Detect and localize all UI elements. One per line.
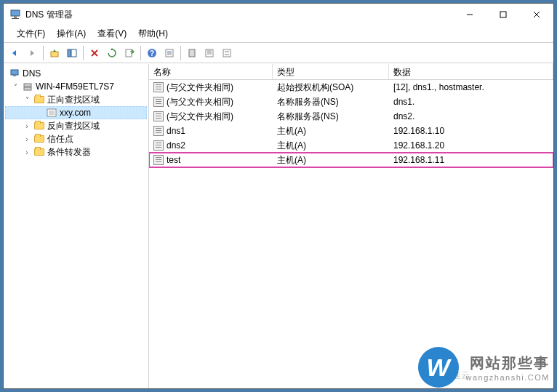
folder-icon: [33, 133, 45, 145]
toolbar: ?: [4, 43, 553, 63]
up-button[interactable]: [47, 45, 63, 61]
export-button[interactable]: [121, 45, 137, 61]
refresh-button[interactable]: [104, 45, 120, 61]
folder-icon: [33, 146, 45, 158]
tree-root-dns[interactable]: DNS: [5, 67, 147, 80]
cell-type: 名称服务器(NS): [273, 111, 389, 123]
cell-type: 主机(A): [273, 154, 389, 167]
list-header: 名称 类型 数据: [149, 64, 553, 80]
tree-forward-zones[interactable]: ˅ 正向查找区域: [5, 93, 147, 106]
tree-label: 信任点: [47, 133, 73, 145]
record-row[interactable]: dns1主机(A)192.168.1.10: [149, 124, 553, 138]
back-button[interactable]: [7, 45, 23, 61]
record-row[interactable]: test主机(A)192.168.1.11: [149, 153, 553, 167]
titlebar: DNS 管理器: [4, 4, 553, 25]
filter-button[interactable]: [184, 45, 200, 61]
svg-rect-27: [11, 70, 18, 75]
tree-conditional-forwarders[interactable]: › 条件转发器: [5, 145, 147, 159]
record-row[interactable]: (与父文件夹相同)名称服务器(NS)dns2.: [149, 109, 553, 124]
record-row[interactable]: dns2主机(A)192.168.1.20: [149, 138, 553, 153]
window-title: DNS 管理器: [25, 9, 453, 21]
cell-data: 192.168.1.10: [389, 126, 553, 136]
tree-trust-points[interactable]: › 信任点: [5, 132, 147, 145]
tree-label: 正向查找区域: [47, 94, 100, 106]
cell-name: test: [149, 155, 273, 165]
column-data[interactable]: 数据: [389, 64, 553, 79]
record-icon: [153, 97, 164, 107]
record-row[interactable]: (与父文件夹相同)名称服务器(NS)dns1.: [149, 95, 553, 109]
tree-label: WIN-4FM59ETL7S7: [36, 81, 114, 92]
record-icon: [153, 126, 164, 136]
content-area: DNS ˅ WIN-4FM59ETL7S7 ˅ 正向查找区域 xxy.com ›…: [4, 63, 553, 388]
close-button[interactable]: [520, 4, 553, 25]
list-body[interactable]: (与父文件夹相同)起始授权机构(SOA)[12], dns1., hostmas…: [149, 80, 553, 388]
properties-button[interactable]: [161, 45, 177, 61]
cell-type: 主机(A): [273, 125, 389, 137]
tree-label: 条件转发器: [47, 146, 91, 159]
record-row[interactable]: (与父文件夹相同)起始授权机构(SOA)[12], dns1., hostmas…: [149, 80, 553, 95]
tree-label: xxy.com: [60, 108, 91, 118]
svg-rect-0: [11, 10, 20, 16]
expand-icon[interactable]: ›: [23, 122, 31, 130]
toolbar-separator: [83, 46, 84, 60]
record-icon: [153, 155, 164, 165]
cell-data: 192.168.1.11: [389, 155, 553, 165]
delete-button[interactable]: [87, 45, 103, 61]
svg-rect-9: [71, 49, 76, 57]
collapse-icon[interactable]: ˅: [23, 96, 31, 104]
dns-app-icon: [9, 9, 21, 20]
menu-action[interactable]: 操作(A): [51, 26, 92, 41]
tree-zone-xxy[interactable]: xxy.com: [5, 106, 147, 119]
cell-name: dns1: [149, 126, 273, 136]
record-icon: [153, 111, 164, 121]
column-name[interactable]: 名称: [149, 64, 273, 79]
toolbar-separator: [43, 46, 44, 60]
forward-button[interactable]: [24, 45, 40, 61]
svg-rect-4: [500, 12, 506, 17]
tree-label: DNS: [23, 68, 41, 79]
menubar: 文件(F) 操作(A) 查看(V) 帮助(H): [4, 25, 553, 43]
server-icon: [22, 81, 33, 92]
new-record-button[interactable]: [201, 45, 217, 61]
help-button[interactable]: ?: [144, 45, 160, 61]
maximize-button[interactable]: [486, 4, 520, 25]
svg-rect-26: [225, 54, 229, 55]
collapse-icon[interactable]: ˅: [11, 83, 20, 91]
toolbar-separator: [180, 46, 181, 60]
column-type[interactable]: 类型: [273, 64, 389, 79]
tree-server[interactable]: ˅ WIN-4FM59ETL7S7: [5, 80, 147, 93]
menu-view[interactable]: 查看(V): [92, 26, 132, 41]
svg-rect-1: [14, 16, 17, 18]
toolbar-separator: [140, 46, 141, 60]
folder-icon: [33, 120, 45, 132]
expand-icon[interactable]: ›: [23, 135, 31, 143]
cell-type: 名称服务器(NS): [273, 96, 389, 108]
tree-reverse-zones[interactable]: › 反向查找区域: [5, 119, 147, 132]
minimize-button[interactable]: [453, 4, 486, 25]
dns-manager-window: DNS 管理器 文件(F) 操作(A) 查看(V) 帮助(H) ?: [3, 3, 554, 389]
svg-text:?: ?: [150, 49, 154, 57]
cell-name: (与父文件夹相同): [149, 111, 273, 123]
svg-rect-29: [24, 84, 31, 87]
svg-rect-8: [68, 49, 71, 57]
cell-data: dns1.: [389, 97, 553, 107]
zone-icon: [46, 107, 57, 119]
expand-icon[interactable]: ›: [23, 148, 31, 156]
menu-help[interactable]: 帮助(H): [132, 26, 174, 41]
cell-name: (与父文件夹相同): [149, 81, 273, 94]
new-zone-button[interactable]: [219, 45, 235, 61]
svg-rect-7: [51, 52, 58, 57]
cell-name: dns2: [149, 140, 273, 151]
record-icon: [153, 82, 164, 92]
menu-file[interactable]: 文件(F): [11, 26, 51, 41]
svg-rect-2: [12, 18, 19, 19]
cell-data: [12], dns1., hostmaster.: [389, 82, 553, 92]
show-hide-tree-button[interactable]: [64, 45, 80, 61]
cell-data: 192.168.1.20: [389, 140, 553, 151]
list-pane: 名称 类型 数据 (与父文件夹相同)起始授权机构(SOA)[12], dns1.…: [149, 64, 553, 388]
svg-rect-19: [189, 49, 195, 57]
record-icon: [153, 140, 164, 151]
tree-pane[interactable]: DNS ˅ WIN-4FM59ETL7S7 ˅ 正向查找区域 xxy.com ›…: [4, 64, 149, 388]
tree-label: 反向查找区域: [47, 120, 100, 132]
cell-name: (与父文件夹相同): [149, 96, 273, 108]
